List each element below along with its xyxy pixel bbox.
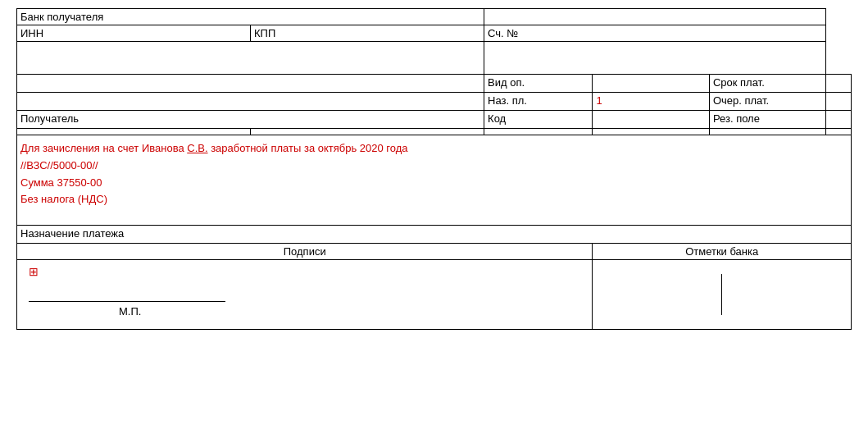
payment-line1-before: Для зачисления на счет Иванова <box>20 142 187 154</box>
bank-recipient-label: Банк получателя <box>20 11 103 23</box>
srok-plat-label: Срок плат. <box>713 76 765 89</box>
naz-pl-label: Наз. пл. <box>488 94 527 107</box>
rez-pole-label: Рез. поле <box>713 112 760 125</box>
vid-op-label: Вид оп. <box>488 76 525 89</box>
payment-line1-underlined: С.В. <box>187 142 207 154</box>
payment-text: Для зачисления на счет Иванова С.В. зара… <box>20 140 848 208</box>
payment-form: Банк получателя ИНН КПП Сч. № <box>0 0 868 425</box>
naznachenie-label: Назначение платежа <box>20 227 124 240</box>
kpp-label: КПП <box>254 27 275 39</box>
payment-line4: Без налога (НДС) <box>20 191 848 208</box>
mp-label: М.П. <box>119 305 141 318</box>
payment-line2: //ВЗС//5000-00// <box>20 158 848 175</box>
recipient-label: Получатель <box>20 112 79 125</box>
podpisi-label: Подписи <box>284 245 326 258</box>
otmetki-label: Отметки банка <box>685 245 758 258</box>
payment-line3: Сумма 37550-00 <box>20 175 848 192</box>
kod-label: Код <box>488 112 506 125</box>
form-table: Банк получателя ИНН КПП Сч. № <box>16 8 852 330</box>
stamp-icon[interactable]: ⊞ <box>29 265 39 278</box>
payment-line1: Для зачисления на счет Иванова С.В. зара… <box>20 140 848 158</box>
inn-label: ИНН <box>20 27 43 39</box>
sch-label: Сч. № <box>488 27 518 39</box>
payment-line1-after: заработной платы за октябрь 2020 года <box>208 142 408 154</box>
naz-pl-value: 1 <box>596 94 602 107</box>
ocher-plat-label: Очер. плат. <box>713 94 769 107</box>
